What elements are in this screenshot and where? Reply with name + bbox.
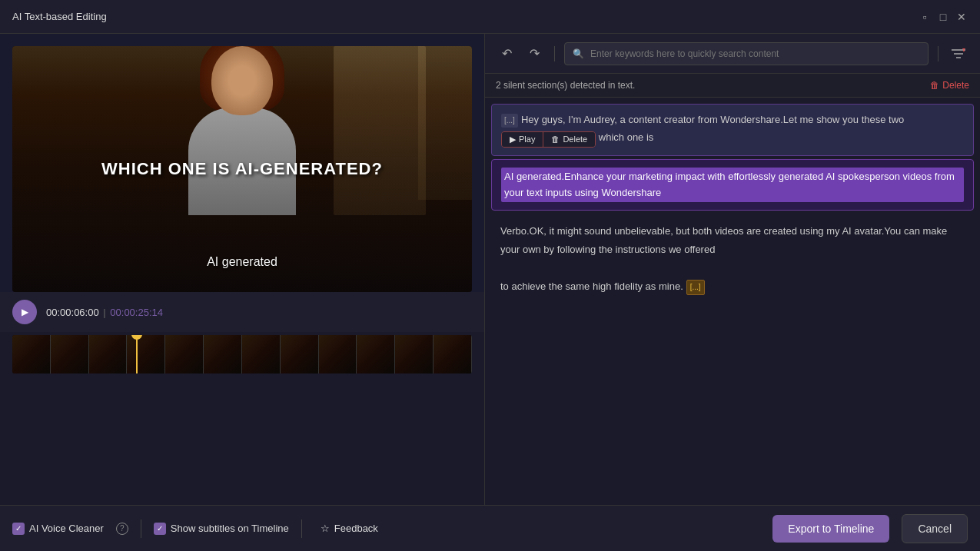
- window-light2: [418, 46, 472, 200]
- ellipsis-end-marker: [...]: [686, 280, 705, 295]
- filmstrip-frame: [395, 335, 434, 373]
- text-block-2[interactable]: AI generated.Enhance your marketing impa…: [491, 159, 974, 211]
- delete-segment-button[interactable]: 🗑 Delete: [543, 132, 595, 147]
- person-hair: [200, 46, 284, 111]
- main-area: WHICH ONE IS AI-GENERATED? AI generated …: [0, 34, 980, 505]
- filmstrip-frame: [281, 335, 319, 373]
- title-bar-controls: ▫ □ ✕: [919, 11, 968, 23]
- play-button[interactable]: ▶: [12, 300, 37, 324]
- text-block-1[interactable]: [...]Hey guys, I'm Audrey, a content cre…: [491, 104, 974, 156]
- filmstrip-frame: [89, 335, 128, 373]
- text-block-3-content: Verbo.OK, it might sound unbelievable, b…: [500, 225, 947, 255]
- cancel-button[interactable]: Cancel: [902, 514, 968, 543]
- filmstrip-frame: [127, 335, 165, 373]
- time-separator: |: [103, 307, 108, 318]
- filmstrip-frame: [204, 335, 242, 373]
- timeline-controls: ▶ 00:00:06:00 | 00:00:25:14: [0, 292, 484, 332]
- window-light: [334, 46, 426, 215]
- play-segment-button[interactable]: ▶ Play: [502, 132, 543, 147]
- ai-voice-cleaner-help-icon[interactable]: ?: [116, 523, 128, 535]
- ai-voice-cleaner-checkbox[interactable]: ✓: [12, 523, 25, 535]
- bottom-divider-1: [141, 519, 141, 538]
- bottom-bar: ✓ AI Voice Cleaner ? ✓ Show subtitles on…: [0, 505, 980, 551]
- filmstrip-frame: [165, 335, 204, 373]
- filmstrip-frame: [242, 335, 281, 373]
- minimize-icon[interactable]: ▫: [919, 11, 931, 23]
- toolbar-separator: [554, 46, 555, 61]
- window-title: AI Text-based Editing: [12, 11, 107, 22]
- feedback-label: Feedback: [334, 523, 378, 534]
- filmstrip-frame: [51, 335, 89, 373]
- left-panel: WHICH ONE IS AI-GENERATED? AI generated …: [0, 34, 484, 505]
- text-block-4-content: to achieve the same high fidelity as min…: [500, 280, 705, 292]
- search-box[interactable]: 🔍: [564, 42, 929, 65]
- person-head: [211, 46, 273, 115]
- undo-button[interactable]: ↶: [496, 43, 517, 65]
- filmstrip-frame: [12, 335, 51, 373]
- delete-all-label: Delete: [942, 80, 969, 91]
- silent-count-text: 2 silent section(s) detected in text.: [496, 80, 635, 91]
- right-panel: ↶ ↷ 🔍 2 silent section(s) detected in t: [484, 34, 980, 505]
- text-content: [...]Hey guys, I'm Audrey, a content cre…: [485, 98, 980, 505]
- delete-segment-label: Delete: [563, 134, 587, 144]
- play-segment-label: Play: [519, 134, 535, 144]
- video-container: WHICH ONE IS AI-GENERATED? AI generated: [12, 46, 472, 292]
- feedback-icon: ☆: [321, 523, 330, 534]
- redo-button[interactable]: ↷: [523, 43, 545, 65]
- show-subtitles-checkbox[interactable]: ✓: [154, 523, 166, 535]
- title-bar-left: AI Text-based Editing: [12, 11, 107, 22]
- filter-button[interactable]: [948, 43, 969, 65]
- ai-voice-cleaner-item[interactable]: ✓ AI Voice Cleaner: [12, 523, 104, 535]
- show-subtitles-label: Show subtitles on Timeline: [171, 523, 289, 534]
- silent-bar: 2 silent section(s) detected in text. 🗑 …: [485, 74, 980, 98]
- video-subtitle-bottom: AI generated: [207, 255, 277, 269]
- right-toolbar: ↶ ↷ 🔍: [485, 34, 980, 74]
- text-block-4[interactable]: to achieve the same high fidelity as min…: [491, 269, 974, 303]
- feedback-button[interactable]: ☆ Feedback: [314, 519, 384, 537]
- time-total: 00:00:25:14: [110, 307, 163, 318]
- block-actions-1: ▶ Play 🗑 Delete: [501, 131, 596, 148]
- left-spacer: [0, 380, 484, 505]
- filmstrip-frame: [434, 335, 472, 373]
- person-figure: [165, 46, 319, 246]
- time-display: 00:00:06:00 | 00:00:25:14: [46, 307, 163, 318]
- trash-icon: 🗑: [930, 80, 939, 91]
- filmstrip-frame: [319, 335, 357, 373]
- bottom-divider-2: [301, 519, 302, 538]
- search-input[interactable]: [590, 48, 920, 59]
- search-icon: 🔍: [573, 48, 584, 59]
- play-segment-icon: ▶: [510, 134, 516, 144]
- filmstrip[interactable]: [12, 335, 472, 373]
- maximize-icon[interactable]: □: [937, 11, 949, 23]
- close-icon[interactable]: ✕: [955, 11, 968, 23]
- video-subtitle-main: WHICH ONE IS AI-GENERATED?: [101, 159, 383, 179]
- toolbar-separator-2: [938, 46, 938, 61]
- text-block-2-content: AI generated.Enhance your marketing impa…: [501, 168, 964, 203]
- filmstrip-area: [0, 332, 484, 380]
- title-bar: AI Text-based Editing ▫ □ ✕: [0, 0, 980, 34]
- filmstrip-frame: [357, 335, 395, 373]
- text-block-1-content: [...]Hey guys, I'm Audrey, a content cre…: [501, 112, 964, 148]
- text-block-3[interactable]: Verbo.OK, it might sound unbelievable, b…: [491, 214, 974, 266]
- export-button[interactable]: Export to Timeline: [772, 515, 889, 543]
- delete-segment-icon: 🗑: [551, 134, 560, 144]
- ai-voice-cleaner-label: AI Voice Cleaner: [29, 523, 104, 534]
- show-subtitles-item[interactable]: ✓ Show subtitles on Timeline: [154, 523, 289, 535]
- ellipsis-start-marker: [...]: [501, 114, 518, 128]
- delete-all-button[interactable]: 🗑 Delete: [930, 80, 969, 91]
- video-wrapper: WHICH ONE IS AI-GENERATED? AI generated: [0, 34, 484, 292]
- time-current: 00:00:06:00: [46, 307, 99, 318]
